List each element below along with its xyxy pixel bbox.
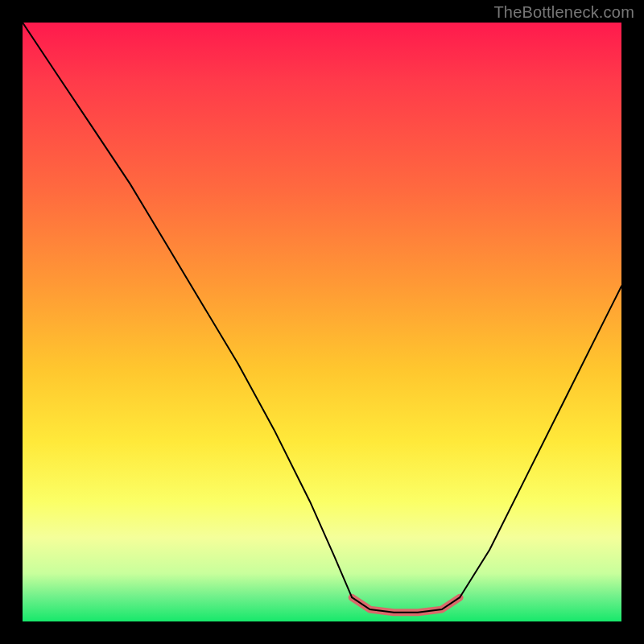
chart-frame: TheBottleneck.com [0,0,644,644]
plot-area [23,23,621,621]
bottleneck-curve [23,23,621,621]
basin-highlight-path [352,597,460,613]
attribution-label: TheBottleneck.com [493,3,634,22]
right-branch-path [460,286,621,597]
left-branch-path [23,23,352,597]
